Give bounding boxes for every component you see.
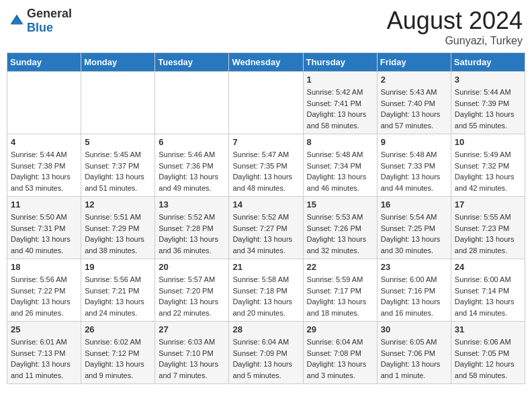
calendar-header-row: SundayMondayTuesdayWednesdayThursdayFrid… [7,53,525,72]
day-number: 4 [11,137,77,147]
logo: General Blue [9,7,72,35]
page-header: General Blue August 2024 Gunyazi, Turkey [7,7,525,47]
calendar-cell: 23Sunrise: 6:00 AMSunset: 7:16 PMDayligh… [377,259,451,322]
day-info: Sunrise: 5:44 AMSunset: 7:38 PMDaylight:… [11,149,77,193]
day-number: 20 [159,262,225,272]
calendar-cell: 3Sunrise: 5:44 AMSunset: 7:39 PMDaylight… [451,72,525,134]
calendar-cell: 30Sunrise: 6:05 AMSunset: 7:06 PMDayligh… [377,322,451,384]
calendar-cell: 7Sunrise: 5:47 AMSunset: 7:35 PMDaylight… [229,134,303,197]
day-of-week-header: Monday [81,53,155,72]
day-number: 29 [307,324,373,334]
day-info: Sunrise: 6:04 AMSunset: 7:09 PMDaylight:… [232,336,299,381]
day-info: Sunrise: 6:00 AMSunset: 7:16 PMDaylight:… [381,274,447,318]
day-info: Sunrise: 5:48 AMSunset: 7:34 PMDaylight:… [307,149,373,193]
calendar-cell: 10Sunrise: 5:49 AMSunset: 7:32 PMDayligh… [451,134,525,197]
logo-blue: Blue [27,21,53,34]
day-info: Sunrise: 6:02 AMSunset: 7:12 PMDaylight:… [85,336,151,381]
day-number: 5 [85,137,151,147]
day-info: Sunrise: 5:51 AMSunset: 7:29 PMDaylight:… [85,212,151,256]
day-info: Sunrise: 5:48 AMSunset: 7:33 PMDaylight:… [381,149,447,193]
day-number: 2 [381,75,447,85]
logo-text: General Blue [27,7,72,35]
calendar-cell [229,72,303,134]
day-of-week-header: Tuesday [155,53,229,72]
calendar-cell: 14Sunrise: 5:52 AMSunset: 7:27 PMDayligh… [229,197,303,259]
day-number: 31 [455,324,521,334]
calendar-cell: 1Sunrise: 5:42 AMSunset: 7:41 PMDaylight… [303,72,377,134]
calendar-cell: 15Sunrise: 5:53 AMSunset: 7:26 PMDayligh… [303,197,377,259]
day-number: 6 [159,137,225,147]
calendar-cell [81,72,155,134]
calendar-cell: 11Sunrise: 5:50 AMSunset: 7:31 PMDayligh… [7,197,81,259]
calendar-cell: 18Sunrise: 5:56 AMSunset: 7:22 PMDayligh… [7,259,81,322]
calendar-cell: 25Sunrise: 6:01 AMSunset: 7:13 PMDayligh… [7,322,81,384]
calendar-cell: 24Sunrise: 6:00 AMSunset: 7:14 PMDayligh… [451,259,525,322]
calendar-cell: 4Sunrise: 5:44 AMSunset: 7:38 PMDaylight… [7,134,81,197]
calendar-cell: 2Sunrise: 5:43 AMSunset: 7:40 PMDaylight… [377,72,451,134]
calendar-cell: 9Sunrise: 5:48 AMSunset: 7:33 PMDaylight… [377,134,451,197]
location: Gunyazi, Turkey [387,35,523,47]
day-number: 30 [381,324,447,334]
day-info: Sunrise: 5:59 AMSunset: 7:17 PMDaylight:… [307,274,373,318]
day-info: Sunrise: 5:47 AMSunset: 7:35 PMDaylight:… [232,149,299,193]
day-info: Sunrise: 6:04 AMSunset: 7:08 PMDaylight:… [307,336,373,381]
day-info: Sunrise: 5:58 AMSunset: 7:18 PMDaylight:… [232,274,299,318]
day-number: 24 [455,262,521,272]
day-number: 10 [455,137,521,147]
day-number: 3 [455,75,521,85]
calendar-week-row: 18Sunrise: 5:56 AMSunset: 7:22 PMDayligh… [7,259,525,322]
day-number: 22 [307,262,373,272]
calendar-cell: 6Sunrise: 5:46 AMSunset: 7:36 PMDaylight… [155,134,229,197]
day-info: Sunrise: 6:01 AMSunset: 7:13 PMDaylight:… [11,336,77,381]
day-info: Sunrise: 5:49 AMSunset: 7:32 PMDaylight:… [455,149,521,193]
day-info: Sunrise: 6:00 AMSunset: 7:14 PMDaylight:… [455,274,521,318]
day-info: Sunrise: 5:44 AMSunset: 7:39 PMDaylight:… [455,87,521,131]
calendar-cell: 13Sunrise: 5:52 AMSunset: 7:28 PMDayligh… [155,197,229,259]
calendar-table: SundayMondayTuesdayWednesdayThursdayFrid… [7,52,525,384]
title-block: August 2024 Gunyazi, Turkey [387,7,523,47]
day-of-week-header: Thursday [303,53,377,72]
calendar-week-row: 25Sunrise: 6:01 AMSunset: 7:13 PMDayligh… [7,322,525,384]
day-number: 27 [159,324,225,334]
day-number: 26 [85,324,151,334]
day-info: Sunrise: 5:52 AMSunset: 7:28 PMDaylight:… [159,212,225,256]
day-info: Sunrise: 6:03 AMSunset: 7:10 PMDaylight:… [159,336,225,381]
month-year: August 2024 [387,7,523,35]
day-info: Sunrise: 5:56 AMSunset: 7:22 PMDaylight:… [11,274,77,318]
day-number: 23 [381,262,447,272]
calendar-cell: 28Sunrise: 6:04 AMSunset: 7:09 PMDayligh… [229,322,303,384]
day-number: 15 [307,199,373,210]
calendar-cell: 29Sunrise: 6:04 AMSunset: 7:08 PMDayligh… [303,322,377,384]
day-number: 28 [232,324,299,334]
calendar-cell: 31Sunrise: 6:06 AMSunset: 7:05 PMDayligh… [451,322,525,384]
calendar-week-row: 4Sunrise: 5:44 AMSunset: 7:38 PMDaylight… [7,134,525,197]
logo-general: General [27,7,72,20]
calendar-cell: 8Sunrise: 5:48 AMSunset: 7:34 PMDaylight… [303,134,377,197]
day-info: Sunrise: 5:57 AMSunset: 7:20 PMDaylight:… [159,274,225,318]
calendar-cell [7,72,81,134]
day-number: 21 [232,262,299,272]
calendar-cell: 19Sunrise: 5:56 AMSunset: 7:21 PMDayligh… [81,259,155,322]
day-number: 19 [85,262,151,272]
calendar-cell [155,72,229,134]
day-info: Sunrise: 5:53 AMSunset: 7:26 PMDaylight:… [307,212,373,256]
calendar-cell: 27Sunrise: 6:03 AMSunset: 7:10 PMDayligh… [155,322,229,384]
day-info: Sunrise: 5:55 AMSunset: 7:23 PMDaylight:… [455,212,521,256]
calendar-cell: 16Sunrise: 5:54 AMSunset: 7:25 PMDayligh… [377,197,451,259]
day-info: Sunrise: 5:46 AMSunset: 7:36 PMDaylight:… [159,149,225,193]
day-info: Sunrise: 5:42 AMSunset: 7:41 PMDaylight:… [307,87,373,131]
day-of-week-header: Saturday [451,53,525,72]
day-number: 12 [85,199,151,210]
calendar-cell: 22Sunrise: 5:59 AMSunset: 7:17 PMDayligh… [303,259,377,322]
day-of-week-header: Friday [377,53,451,72]
calendar-cell: 17Sunrise: 5:55 AMSunset: 7:23 PMDayligh… [451,197,525,259]
day-number: 14 [232,199,299,210]
day-info: Sunrise: 5:56 AMSunset: 7:21 PMDaylight:… [85,274,151,318]
day-number: 8 [307,137,373,147]
calendar-cell: 20Sunrise: 5:57 AMSunset: 7:20 PMDayligh… [155,259,229,322]
day-number: 18 [11,262,77,272]
day-info: Sunrise: 5:50 AMSunset: 7:31 PMDaylight:… [11,212,77,256]
day-number: 17 [455,199,521,210]
day-number: 11 [11,199,77,210]
day-info: Sunrise: 6:05 AMSunset: 7:06 PMDaylight:… [381,336,447,381]
